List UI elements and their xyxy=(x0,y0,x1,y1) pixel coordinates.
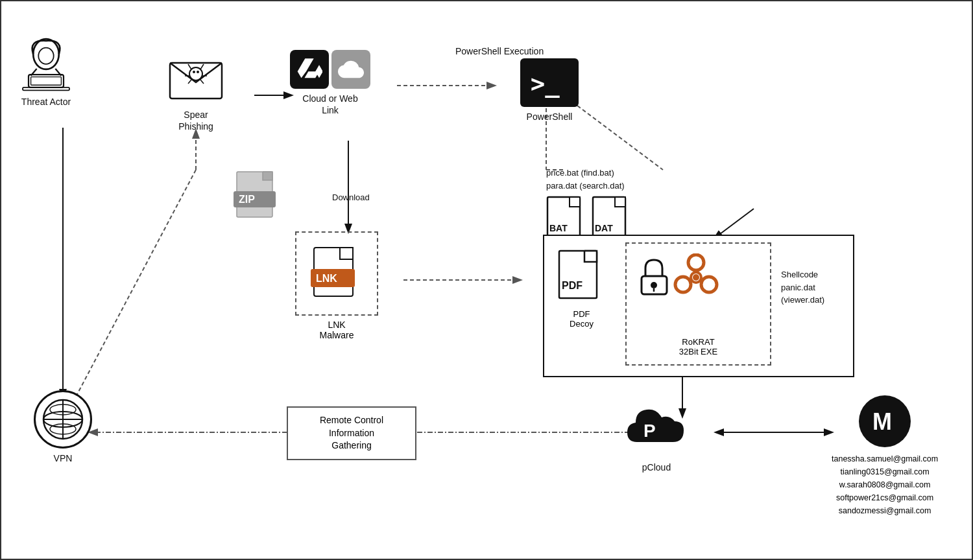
svg-point-45 xyxy=(651,282,657,288)
remote-control-label: Remote Control Information Gathering xyxy=(320,415,383,450)
svg-line-6 xyxy=(715,209,754,238)
svg-point-49 xyxy=(675,277,691,292)
vpn-node: VPN xyxy=(34,390,92,464)
email-addresses: tanessha.samuel@gmail.com tianling0315@g… xyxy=(832,452,938,517)
pdf-decoy-label: PDF Decoy xyxy=(557,309,606,329)
cloud-link-node: Cloud or Web Link xyxy=(290,50,370,116)
lnk-dashed-box: LNK xyxy=(295,231,378,316)
lnk-malware-node: LNK LNK Malware xyxy=(295,231,378,340)
svg-point-30 xyxy=(197,71,199,73)
svg-text:BAT: BAT xyxy=(549,223,568,233)
threat-actor-label: Threat Actor xyxy=(21,96,71,108)
lnk-icon: LNK xyxy=(311,244,363,303)
cloud-link-label: Cloud or Web Link xyxy=(302,93,357,116)
cloud-link-icons xyxy=(290,50,370,89)
svg-text:DAT: DAT xyxy=(595,223,613,233)
vpn-label: VPN xyxy=(54,452,73,464)
malware-group-box: PDF PDF Decoy xyxy=(543,235,854,377)
email-node: M tanessha.samuel@gmail.com tianling0315… xyxy=(832,395,938,517)
lnk-label: LNK Malware xyxy=(295,320,378,340)
svg-line-4 xyxy=(572,102,663,170)
pcloud-label: pCloud xyxy=(642,461,671,473)
cloud-icon xyxy=(331,50,370,89)
svg-text:>_: >_ xyxy=(531,69,560,98)
svg-point-48 xyxy=(688,255,704,270)
globe-icon xyxy=(34,390,92,449)
download-label: Download xyxy=(332,192,370,202)
svg-line-10 xyxy=(76,170,196,397)
zip-node: ZIP xyxy=(234,169,282,224)
zip-icon: ZIP xyxy=(234,169,282,224)
spear-phishing-label: Spear Phishing xyxy=(178,109,213,132)
hacker-icon xyxy=(17,34,75,92)
svg-text:P: P xyxy=(643,421,656,441)
powershell-execution-label: PowerShell Execution xyxy=(455,45,544,58)
svg-rect-17 xyxy=(31,77,62,86)
svg-point-29 xyxy=(193,71,195,73)
pdf-decoy-node: PDF PDF Decoy xyxy=(557,249,606,329)
diagram: Threat Actor Spear Phishing xyxy=(0,0,973,560)
svg-point-15 xyxy=(38,48,53,64)
svg-rect-20 xyxy=(23,88,69,91)
svg-point-51 xyxy=(693,274,699,281)
shellcode-label: Shellcode panic.dat (viewer.dat) xyxy=(781,268,824,307)
svg-point-50 xyxy=(701,277,717,292)
svg-text:M: M xyxy=(872,408,892,435)
rokrat-dashed-box: RoKRAT 32Bit EXE xyxy=(625,242,771,366)
svg-text:PDF: PDF xyxy=(562,280,583,291)
biohazard-icon xyxy=(672,253,721,305)
svg-text:LNK: LNK xyxy=(316,273,337,284)
spear-phishing-node: Spear Phishing xyxy=(167,50,225,132)
threat-actor-node: Threat Actor xyxy=(17,34,75,108)
pcloud-node: P pCloud xyxy=(624,403,689,473)
pcloud-icon: P xyxy=(624,403,689,458)
pdf-icon: PDF xyxy=(557,249,606,304)
remote-control-box: Remote Control Information Gathering xyxy=(287,406,416,460)
rokrat-label: RoKRAT 32Bit EXE xyxy=(627,337,770,356)
google-drive-icon xyxy=(290,50,329,89)
powershell-label: PowerShell xyxy=(527,111,573,122)
bat-dat-section: price.bat (find.bat) para.dat (search.da… xyxy=(546,167,632,242)
svg-text:ZIP: ZIP xyxy=(239,194,255,205)
bat-dat-label: price.bat (find.bat) para.dat (search.da… xyxy=(546,167,632,192)
powershell-icon: >_ xyxy=(520,58,579,107)
lock-icon xyxy=(636,257,672,301)
powershell-node: >_ PowerShell xyxy=(520,58,579,122)
gmail-icon: M xyxy=(859,395,911,447)
spear-phishing-icon xyxy=(167,50,225,105)
